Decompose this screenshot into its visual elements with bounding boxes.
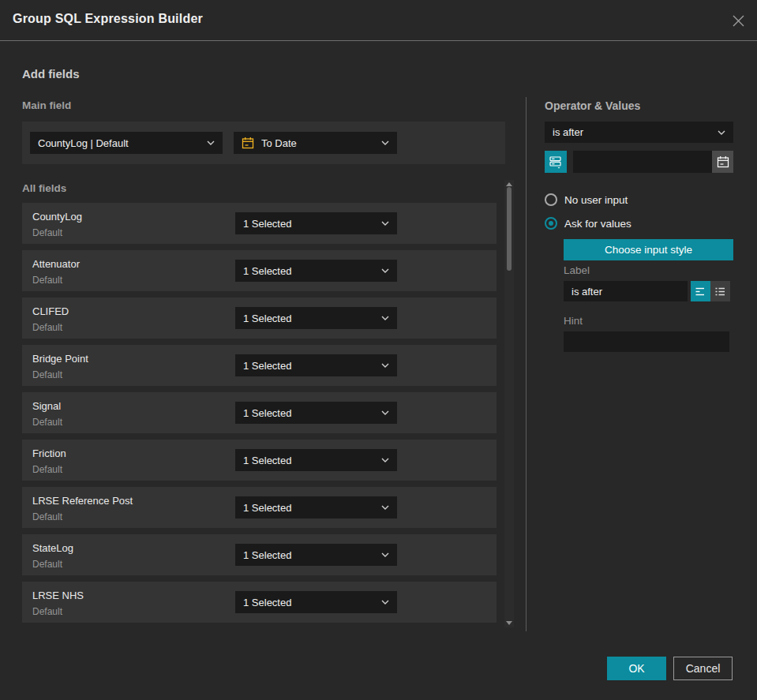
field-subtitle: Default — [32, 417, 62, 428]
all-fields-label: All fields — [22, 182, 66, 194]
field-name: CLIFED — [32, 305, 69, 317]
label-input[interactable] — [564, 281, 688, 301]
field-subtitle: Default — [32, 606, 62, 617]
field-selection-dropdown[interactable]: 1 Selected — [235, 449, 397, 471]
chevron-down-icon — [207, 140, 215, 145]
main-field-select-value: CountyLog | Default — [38, 137, 202, 149]
field-selection-value: 1 Selected — [243, 313, 377, 324]
field-selection-value: 1 Selected — [243, 265, 377, 277]
field-name: CountyLog — [32, 211, 82, 223]
field-selection-value: 1 Selected — [243, 597, 377, 608]
field-selection-dropdown[interactable]: 1 Selected — [235, 544, 397, 566]
field-selection-value: 1 Selected — [243, 502, 377, 514]
scrollbar-thumb[interactable] — [507, 187, 512, 271]
field-selection-dropdown[interactable]: 1 Selected — [235, 591, 397, 613]
field-subtitle: Default — [32, 369, 62, 380]
panel-divider — [526, 97, 527, 631]
chevron-down-icon — [381, 410, 389, 415]
field-name: Friction — [32, 447, 66, 459]
radio-no-user-input[interactable]: No user input — [545, 193, 628, 206]
radio-ask-for-values[interactable]: Ask for values — [545, 217, 631, 230]
field-selection-dropdown[interactable]: 1 Selected — [235, 496, 397, 518]
unique-values-button[interactable] — [545, 151, 567, 173]
field-name: Signal — [32, 400, 61, 412]
field-row: CLIFED Default 1 Selected — [22, 298, 497, 339]
close-button[interactable] — [730, 13, 746, 28]
field-subtitle: Default — [32, 511, 62, 522]
field-row: Friction Default 1 Selected — [22, 440, 497, 481]
field-row: LRSE Reference Post Default 1 Selected — [22, 487, 497, 528]
field-name: LRSE Reference Post — [32, 495, 133, 507]
cancel-button[interactable]: Cancel — [673, 657, 733, 680]
field-selection-value: 1 Selected — [243, 360, 377, 372]
chevron-down-icon — [381, 363, 389, 368]
field-row: CountyLog Default 1 Selected — [22, 203, 497, 244]
ok-button[interactable]: OK — [607, 657, 666, 680]
scroll-down-icon[interactable] — [506, 621, 512, 625]
field-subtitle: Default — [32, 227, 62, 238]
field-row: Attenuator Default 1 Selected — [22, 250, 497, 291]
operator-select[interactable]: is after — [545, 122, 733, 143]
field-type-select-value: To Date — [261, 137, 377, 149]
radio-no-user-input-label: No user input — [564, 194, 628, 206]
field-name: Bridge Point — [32, 353, 88, 365]
add-fields-heading: Add fields — [22, 67, 80, 80]
hint-field-label: Hint — [564, 315, 583, 327]
single-line-style-button[interactable] — [691, 281, 710, 301]
calendar-icon — [717, 155, 729, 168]
field-name: StateLog — [32, 542, 73, 554]
chevron-down-icon — [381, 505, 389, 510]
value-input[interactable] — [573, 151, 712, 173]
field-selection-value: 1 Selected — [243, 407, 377, 419]
field-selection-dropdown[interactable]: 1 Selected — [235, 307, 397, 329]
calendar-icon — [242, 137, 254, 149]
chevron-down-icon — [381, 316, 389, 320]
main-field-panel: CountyLog | Default To Date — [22, 122, 505, 164]
field-subtitle: Default — [32, 322, 62, 333]
align-left-icon — [695, 286, 706, 297]
choose-input-style-button[interactable]: Choose input style — [564, 239, 733, 260]
field-selection-dropdown[interactable]: 1 Selected — [235, 260, 397, 282]
field-selection-dropdown[interactable]: 1 Selected — [235, 354, 397, 376]
main-field-select[interactable]: CountyLog | Default — [30, 132, 223, 154]
field-row: Bridge Point Default 1 Selected — [22, 345, 497, 386]
radio-on-icon — [545, 217, 557, 230]
field-selection-value: 1 Selected — [243, 218, 377, 230]
date-picker-button[interactable] — [712, 151, 733, 173]
operator-values-heading: Operator & Values — [545, 99, 640, 112]
list-style-button[interactable] — [710, 281, 730, 301]
field-subtitle: Default — [32, 464, 62, 475]
operator-select-value: is after — [553, 126, 713, 138]
radio-ask-for-values-label: Ask for values — [564, 218, 631, 230]
field-row: LRSE NHS Default 1 Selected — [22, 582, 497, 623]
field-name: LRSE NHS — [32, 590, 84, 601]
chevron-down-icon — [381, 600, 389, 605]
chevron-down-icon — [381, 458, 389, 462]
label-field-label: Label — [564, 264, 590, 276]
field-row: StateLog Default 1 Selected — [22, 534, 497, 575]
chevron-down-icon — [381, 140, 389, 145]
main-field-label: Main field — [22, 99, 71, 111]
field-subtitle: Default — [32, 559, 62, 570]
chevron-down-icon — [381, 552, 389, 557]
hint-input[interactable] — [564, 331, 729, 352]
scroll-up-icon[interactable] — [506, 182, 512, 186]
chevron-down-icon — [381, 268, 389, 273]
radio-off-icon — [545, 193, 557, 206]
field-subtitle: Default — [32, 275, 62, 286]
field-selection-dropdown[interactable]: 1 Selected — [235, 402, 397, 424]
chevron-down-icon — [381, 221, 389, 226]
dialog-title: Group SQL Expression Builder — [13, 12, 203, 26]
field-type-select[interactable]: To Date — [234, 132, 397, 154]
field-row: Signal Default 1 Selected — [22, 392, 497, 433]
stacked-values-icon — [549, 155, 563, 169]
list-scrollbar[interactable] — [504, 180, 514, 627]
field-name: Attenuator — [32, 258, 80, 270]
field-selection-value: 1 Selected — [243, 455, 377, 466]
all-fields-list: CountyLog Default 1 Selected Attenuator … — [22, 203, 497, 629]
close-icon — [732, 14, 745, 28]
field-selection-value: 1 Selected — [243, 549, 377, 561]
bulleted-list-icon — [714, 286, 726, 297]
chevron-down-icon — [718, 130, 725, 135]
field-selection-dropdown[interactable]: 1 Selected — [235, 212, 397, 234]
